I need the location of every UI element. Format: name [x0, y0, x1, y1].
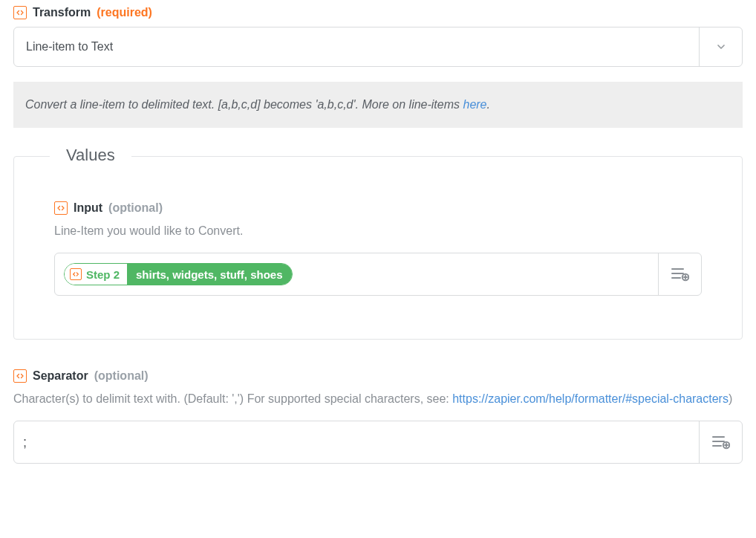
transform-dropdown-value: Line-item to Text — [14, 27, 699, 66]
insert-list-plus-icon — [712, 435, 730, 450]
separator-label-row: Separator (optional) — [13, 369, 743, 383]
separator-help-text: Character(s) to delimit text with. (Defa… — [13, 390, 743, 407]
code-icon — [70, 268, 82, 280]
code-icon — [13, 369, 27, 383]
separator-help-link[interactable]: https://zapier.com/help/formatter/#speci… — [452, 392, 729, 405]
values-legend: Values — [50, 146, 131, 165]
transform-help-prefix: Convert a line-item to delimited text. [… — [25, 98, 463, 111]
optional-tag: (optional) — [108, 201, 163, 215]
code-icon — [13, 6, 27, 19]
input-help-text: Line-Item you would like to Convert. — [54, 222, 702, 239]
pill-value: shirts, widgets, stuff, shoes — [127, 264, 292, 285]
separator-help-prefix: Character(s) to delimit text with. (Defa… — [13, 392, 452, 405]
input-label-row: Input (optional) — [54, 201, 702, 215]
insert-data-button[interactable] — [658, 253, 701, 295]
input-label: Input — [74, 201, 102, 215]
separator-input[interactable] — [23, 421, 690, 463]
separator-field-content[interactable] — [14, 421, 699, 463]
pill-step-label: Step 2 — [86, 268, 120, 281]
input-field-content[interactable]: Step 2 shirts, widgets, stuff, shoes — [55, 253, 658, 295]
transform-label: Transform — [33, 6, 91, 19]
chevron-down-icon — [715, 41, 727, 53]
input-field-wrapper[interactable]: Step 2 shirts, widgets, stuff, shoes — [54, 253, 702, 296]
values-fieldset: Values Input (optional) Line-Item you wo… — [13, 156, 743, 340]
transform-dropdown[interactable]: Line-item to Text — [13, 27, 743, 67]
transform-help-box: Convert a line-item to delimited text. [… — [13, 82, 743, 128]
transform-help-link[interactable]: here — [463, 98, 486, 111]
insert-list-plus-icon — [671, 267, 689, 282]
code-icon — [54, 201, 68, 215]
separator-field-wrapper[interactable] — [13, 421, 743, 464]
insert-data-button[interactable] — [699, 421, 742, 463]
optional-tag: (optional) — [94, 369, 149, 383]
required-tag: (required) — [97, 6, 152, 19]
separator-help-suffix: ) — [729, 392, 732, 405]
separator-label: Separator — [33, 369, 88, 383]
transform-dropdown-toggle[interactable] — [699, 27, 742, 66]
transform-label-row: Transform (required) — [13, 6, 743, 19]
transform-help-suffix: . — [487, 98, 490, 111]
mapped-field-pill[interactable]: Step 2 shirts, widgets, stuff, shoes — [64, 263, 293, 285]
pill-step: Step 2 — [65, 264, 127, 285]
